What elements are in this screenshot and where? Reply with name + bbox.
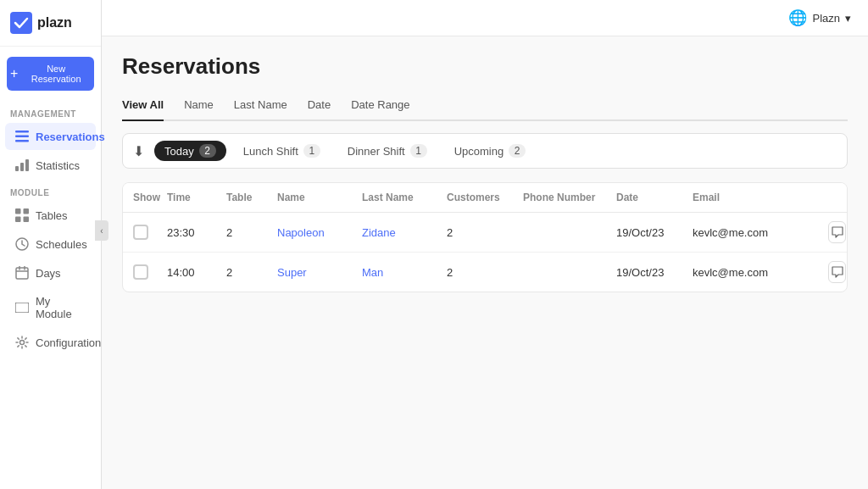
app-logo-text: plazn [37,15,72,31]
filter-tabs: View All Name Last Name Date Date Range [122,93,848,121]
configuration-icon [15,336,29,349]
reservations-icon [15,130,29,143]
shift-bar: ⬇ Today 2 Lunch Shift 1 Dinner Shift 1 U… [122,133,848,169]
table-header: Show Time Table Name Last Name Customers… [123,183,847,213]
schedules-icon [15,237,29,251]
row-last-name[interactable]: Zidane [362,226,447,239]
th-date: Date [616,192,693,203]
plus-icon: + [10,66,18,81]
sidebar-item-reservations[interactable]: Reservations [5,123,96,150]
svg-rect-9 [24,217,30,223]
svg-rect-1 [15,136,29,138]
row-name[interactable]: Super [277,266,362,279]
sidebar-collapse-handle[interactable]: ‹ [95,220,108,241]
days-label: Days [36,267,61,280]
svg-rect-8 [15,217,21,223]
row-customers: 2 [447,226,523,239]
th-email: Email [693,192,828,203]
svg-rect-0 [15,131,29,133]
svg-rect-7 [24,208,30,214]
sidebar-item-schedules[interactable]: Schedules [5,231,96,258]
th-name: Name [277,192,362,203]
new-reservation-button[interactable]: + New Reservation [7,57,94,91]
shift-today-count: 2 [199,144,216,158]
topbar: 🌐 Plazn ▾ [102,0,868,36]
shift-upcoming-count: 2 [509,144,526,158]
th-last-name: Last Name [362,192,447,203]
sidebar-item-configuration[interactable]: Configuration [5,329,96,356]
days-icon [15,266,29,280]
schedules-label: Schedules [36,238,87,251]
shift-lunch-count: 1 [303,144,320,158]
svg-rect-3 [15,166,19,171]
row-table: 2 [226,226,277,239]
svg-rect-15 [15,303,29,313]
th-customers: Customers [447,192,523,203]
topbar-user[interactable]: 🌐 Plazn ▾ [788,8,851,27]
svg-rect-5 [25,159,29,171]
row-table: 2 [226,266,277,279]
shift-upcoming[interactable]: Upcoming 2 [444,141,537,161]
my-module-label: My Module [36,295,86,320]
row-checkbox[interactable] [133,225,167,240]
tab-name[interactable]: Name [184,93,214,119]
row-email: kevlc@me.com [693,226,828,239]
table-row: 14:00 2 Super Man 2 19/Oct/23 kevlc@me.c… [123,253,847,292]
row-time: 23:30 [167,226,226,239]
logo-icon [10,12,32,34]
tab-date-range[interactable]: Date Range [351,93,409,119]
shift-today[interactable]: Today 2 [154,141,226,161]
row-actions [828,221,848,243]
th-show: Show [133,192,167,203]
shift-lunch-label: Lunch Shift [243,145,298,158]
shift-dinner-count: 1 [410,144,427,158]
table-row: 23:30 2 Napoleon Zidane 2 19/Oct/23 kevl… [123,213,847,253]
row-customers: 2 [447,266,523,279]
svg-rect-6 [15,208,21,214]
row-date: 19/Oct/23 [616,266,693,279]
page-title: Reservations [122,53,848,80]
tables-icon [15,208,29,222]
download-icon[interactable]: ⬇ [133,143,144,159]
sidebar-item-tables[interactable]: Tables [5,202,96,229]
globe-icon: 🌐 [788,8,807,27]
th-time: Time [167,192,226,203]
row-time: 14:00 [167,266,226,279]
row-checkbox[interactable] [133,264,167,280]
shift-dinner-label: Dinner Shift [348,145,405,158]
module-section-label: MODULE [0,180,101,201]
th-actions [828,192,848,203]
sidebar-item-my-module[interactable]: My Module [5,288,96,327]
my-module-icon [15,301,29,314]
reservations-table: Show Time Table Name Last Name Customers… [122,182,848,292]
svg-rect-11 [16,268,28,279]
tab-view-all[interactable]: View All [122,93,164,119]
shift-lunch[interactable]: Lunch Shift 1 [233,141,331,161]
tab-last-name[interactable]: Last Name [234,93,287,119]
chat-button[interactable] [828,261,846,283]
reservations-label: Reservations [36,131,105,143]
tab-date[interactable]: Date [308,93,331,119]
tables-label: Tables [36,209,68,222]
row-name[interactable]: Napoleon [277,226,362,239]
topbar-username: Plazn [812,12,840,25]
row-date: 19/Oct/23 [616,226,693,239]
management-section-label: MANAGEMENT [0,101,101,122]
chat-button[interactable] [828,221,846,243]
statistics-label: Statistics [36,159,80,172]
th-table: Table [226,192,277,203]
sidebar-item-statistics[interactable]: Statistics [5,152,96,179]
row-actions [828,261,848,283]
topbar-chevron: ▾ [845,12,851,25]
logo-area: plazn [0,0,101,47]
configuration-label: Configuration [36,336,101,349]
statistics-icon [15,158,29,172]
shift-dinner[interactable]: Dinner Shift 1 [337,141,437,161]
svg-point-16 [20,341,25,345]
new-reservation-label: New Reservation [21,64,91,84]
shift-today-label: Today [164,145,194,158]
svg-rect-4 [20,163,24,171]
row-last-name[interactable]: Man [362,266,447,279]
sidebar-item-days[interactable]: Days [5,259,96,286]
row-email: kevlc@me.com [693,266,828,279]
